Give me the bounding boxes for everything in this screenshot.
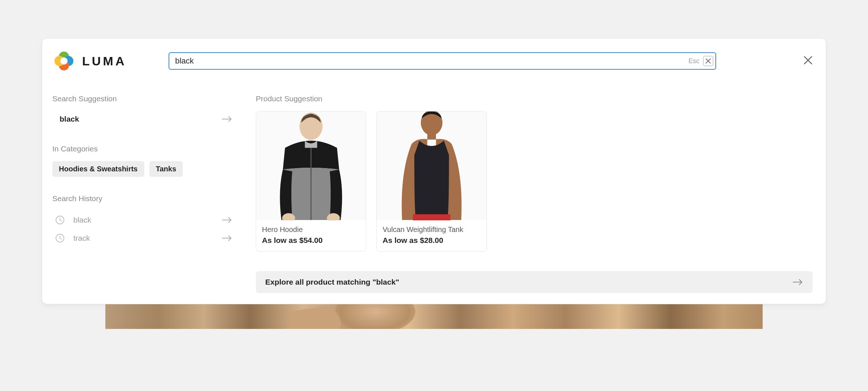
esc-hint: Esc: [689, 57, 699, 65]
luma-logo-icon: [52, 49, 76, 73]
arrow-right-icon: [222, 115, 233, 123]
svg-rect-14: [427, 132, 436, 140]
search-overlay-panel: LUMA Esc: [42, 38, 826, 304]
explore-all-button[interactable]: Explore all product matching "black": [256, 271, 813, 293]
clear-search-button[interactable]: [703, 56, 713, 66]
history-item[interactable]: black: [52, 211, 234, 229]
product-price: As low as $28.00: [383, 236, 481, 245]
explore-label: Explore all product matching "black": [265, 278, 399, 286]
search-input[interactable]: [169, 52, 716, 70]
suggestion-label: black: [60, 115, 79, 123]
product-card[interactable]: Hero Hoodie As low as $54.00: [256, 111, 366, 252]
product-image: [377, 111, 487, 220]
history-label: black: [73, 216, 91, 224]
search-history-title: Search History: [52, 194, 234, 203]
product-price: As low as $54.00: [262, 236, 360, 245]
category-chip-hoodies[interactable]: Hoodies & Sweatshirts: [52, 161, 144, 177]
svg-point-4: [60, 57, 68, 65]
brand-logo[interactable]: LUMA: [52, 49, 154, 73]
arrow-right-icon: [792, 278, 803, 286]
brand-name: LUMA: [82, 54, 126, 68]
history-icon: [55, 233, 65, 243]
product-name: Hero Hoodie: [262, 225, 360, 234]
search-suggestion-title: Search Suggestion: [52, 94, 234, 103]
product-suggestion-title: Product Suggestion: [256, 94, 813, 103]
product-name: Vulcan Weightlifting Tank: [383, 225, 481, 234]
history-label: track: [73, 234, 90, 243]
history-icon: [55, 215, 65, 225]
hero-background-image: [105, 304, 763, 329]
history-item[interactable]: track: [52, 229, 234, 247]
product-image: [256, 111, 366, 220]
svg-rect-15: [413, 214, 450, 220]
arrow-right-icon: [222, 235, 233, 242]
close-icon: [803, 56, 813, 65]
close-icon: [706, 58, 711, 64]
arrow-right-icon: [222, 216, 233, 224]
categories-title: In Categories: [52, 144, 234, 153]
product-card[interactable]: Vulcan Weightlifting Tank As low as $28.…: [376, 111, 487, 252]
close-panel-button[interactable]: [803, 56, 813, 66]
category-chip-tanks[interactable]: Tanks: [149, 161, 183, 177]
search-suggestion-item[interactable]: black: [52, 111, 234, 127]
